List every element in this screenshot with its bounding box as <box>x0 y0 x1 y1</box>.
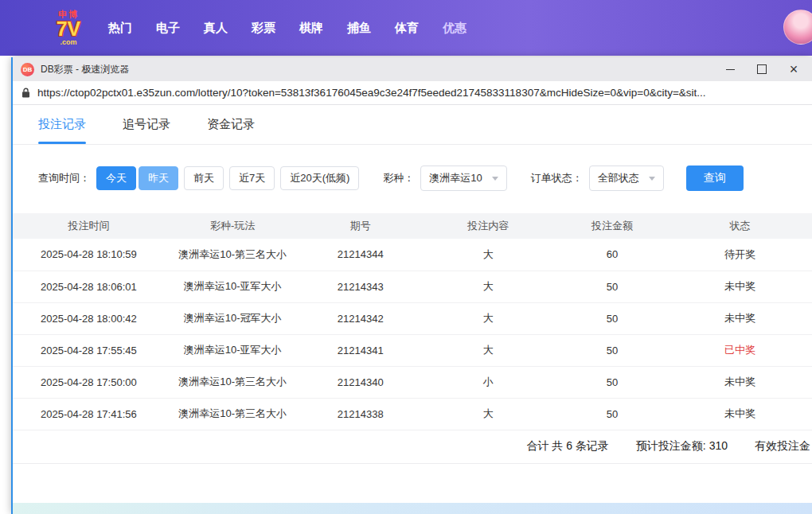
cell-bet-time: 2025-04-28 17:50:00 <box>13 366 165 398</box>
cell-game-play: 澳洲幸运10-亚军大小 <box>165 271 301 302</box>
lock-icon <box>21 88 30 98</box>
window-bottom-edge <box>13 503 812 514</box>
close-button[interactable]: × <box>788 64 799 75</box>
chevron-down-icon <box>649 177 655 181</box>
cell-status: 待开奖 <box>668 239 812 271</box>
cell-issue: 21214338 <box>300 398 420 430</box>
table-row: 2025-04-28 17:55:45 澳洲幸运10-亚军大小 21214341… <box>13 334 812 366</box>
cell-bet-time: 2025-04-28 17:55:45 <box>13 334 165 366</box>
column-header-issue: 期号 <box>300 213 420 239</box>
column-header-bet-amount: 投注金额 <box>556 213 669 239</box>
window-title: DB彩票 - 极速浏览器 <box>41 63 129 76</box>
cell-bet-content: 大 <box>420 271 556 302</box>
cell-game-play: 澳洲幸运10-冠军大小 <box>165 302 301 334</box>
column-header-status: 状态 <box>668 213 812 239</box>
cell-issue: 21214340 <box>300 366 420 398</box>
query-button[interactable]: 查询 <box>686 165 744 191</box>
cell-game-play: 澳洲幸运10-第三名大小 <box>165 366 301 398</box>
cell-status: 已中奖 <box>668 334 812 366</box>
chevron-down-icon <box>492 177 498 181</box>
window-controls: × <box>724 64 804 75</box>
filter-today-button[interactable]: 今天 <box>96 166 136 190</box>
table-header-row: 投注时间 彩种-玩法 期号 投注内容 投注金额 状态 <box>13 213 812 239</box>
tab-bet-records[interactable]: 投注记录 <box>38 105 86 144</box>
top-nav-bar: 申博 7V .com 热门 电子 真人 彩票 棋牌 捕鱼 体育 优惠 <box>0 0 812 56</box>
column-header-bet-time: 投注时间 <box>13 213 165 239</box>
nav-item-slots[interactable]: 电子 <box>156 21 180 36</box>
nav-item-fishing[interactable]: 捕鱼 <box>347 21 371 36</box>
maximize-button[interactable] <box>756 64 767 75</box>
tab-chase-records[interactable]: 追号记录 <box>123 105 170 144</box>
tab-funds-records[interactable]: 资金记录 <box>207 105 255 144</box>
window-title-bar: DB DB彩票 - 极速浏览器 × <box>13 57 812 81</box>
cell-issue: 21214341 <box>300 334 420 366</box>
filter-20days-button[interactable]: 近20天(低频) <box>280 166 359 190</box>
cell-game-play: 澳洲幸运10-第三名大小 <box>165 239 301 271</box>
filter-7days-button[interactable]: 近7天 <box>229 166 275 190</box>
browser-window: DB DB彩票 - 极速浏览器 × https://ctop02pctx01.e… <box>11 57 812 514</box>
records-table: 投注时间 彩种-玩法 期号 投注内容 投注金额 状态 2025-04-28 18… <box>13 213 812 430</box>
cell-bet-time: 2025-04-28 18:10:59 <box>13 239 165 271</box>
site-logo[interactable]: 申博 7V .com <box>46 6 91 50</box>
summary-expected-amount: 预计投注金额: 310 <box>636 439 728 454</box>
cell-bet-content: 大 <box>420 334 556 366</box>
column-header-game-play: 彩种-玩法 <box>165 213 301 239</box>
cell-bet-amount: 50 <box>556 334 669 366</box>
table-row: 2025-04-28 18:10:59 澳洲幸运10-第三名大小 2121434… <box>13 239 812 271</box>
page-content: 投注记录 追号记录 资金记录 查询时间： 今天 昨天 前天 近7天 近20天(低… <box>13 105 812 514</box>
table-row: 2025-04-28 18:00:42 澳洲幸运10-冠军大小 21214342… <box>13 302 812 334</box>
nav-item-board-games[interactable]: 棋牌 <box>299 21 323 36</box>
nav-item-lottery[interactable]: 彩票 <box>252 21 275 36</box>
cell-status: 未中奖 <box>668 366 812 398</box>
order-status-filter-label: 订单状态： <box>531 171 583 185</box>
site-logo-text-sub: .com <box>60 39 76 46</box>
nav-item-live[interactable]: 真人 <box>204 21 228 36</box>
address-bar[interactable]: https://ctop02pctx01.e35zun.com/lottery/… <box>13 81 812 105</box>
user-avatar[interactable] <box>783 10 812 45</box>
summary-valid-amount: 有效投注金 <box>755 439 810 454</box>
table-row: 2025-04-28 17:41:56 澳洲幸运10-第三名大小 2121433… <box>13 398 812 430</box>
lottery-select-value: 澳洲幸运10 <box>429 171 482 185</box>
time-filter-label: 查询时间： <box>38 171 90 185</box>
nav-item-promos[interactable]: 优惠 <box>443 21 467 36</box>
order-status-select[interactable]: 全部状态 <box>589 165 664 191</box>
cell-status: 未中奖 <box>668 398 812 430</box>
filter-day-before-button[interactable]: 前天 <box>184 166 224 190</box>
cell-game-play: 澳洲幸运10-第三名大小 <box>165 398 301 430</box>
cell-issue: 21214342 <box>300 302 420 334</box>
column-header-bet-content: 投注内容 <box>420 213 556 239</box>
cell-bet-amount: 50 <box>556 398 669 430</box>
cell-bet-amount: 60 <box>556 239 669 271</box>
minimize-button[interactable] <box>724 64 736 75</box>
lottery-filter-label: 彩种： <box>383 171 414 185</box>
filter-bar: 查询时间： 今天 昨天 前天 近7天 近20天(低频) 彩种： 澳洲幸运10 订… <box>38 165 787 191</box>
cell-issue: 21214344 <box>300 239 420 271</box>
order-status-select-value: 全部状态 <box>598 171 639 185</box>
cell-game-play: 澳洲幸运10-亚军大小 <box>165 334 301 366</box>
cell-bet-amount: 50 <box>556 366 669 398</box>
cell-bet-amount: 50 <box>556 271 669 302</box>
cell-bet-time: 2025-04-28 18:06:01 <box>13 271 165 302</box>
cell-bet-content: 小 <box>420 366 556 398</box>
tab-bar: 投注记录 追号记录 资金记录 <box>13 105 812 145</box>
site-logo-text-main: 7V <box>57 19 81 39</box>
cell-status: 未中奖 <box>668 271 812 302</box>
cell-status: 未中奖 <box>668 302 812 334</box>
main-nav: 热门 电子 真人 彩票 棋牌 捕鱼 体育 优惠 <box>108 21 467 36</box>
lottery-select[interactable]: 澳洲幸运10 <box>420 165 506 191</box>
url-text: https://ctop02pctx01.e35zun.com/lottery/… <box>37 87 706 99</box>
favicon-icon: DB <box>21 63 34 76</box>
nav-item-hot[interactable]: 热门 <box>108 21 132 36</box>
cell-issue: 21214343 <box>300 271 420 302</box>
cell-bet-amount: 50 <box>556 302 669 334</box>
table-row: 2025-04-28 17:50:00 澳洲幸运10-第三名大小 2121434… <box>13 366 812 398</box>
summary-bar: 合计 共 6 条记录 预计投注金额: 310 有效投注金 <box>13 430 812 464</box>
nav-item-sports[interactable]: 体育 <box>395 21 419 36</box>
cell-bet-content: 大 <box>420 239 556 271</box>
cell-bet-content: 大 <box>420 302 556 334</box>
filter-yesterday-button[interactable]: 昨天 <box>139 166 178 190</box>
summary-total-records: 合计 共 6 条记录 <box>526 439 608 454</box>
cell-bet-content: 大 <box>420 398 556 430</box>
cell-bet-time: 2025-04-28 18:00:42 <box>13 302 165 334</box>
cell-bet-time: 2025-04-28 17:41:56 <box>13 398 165 430</box>
